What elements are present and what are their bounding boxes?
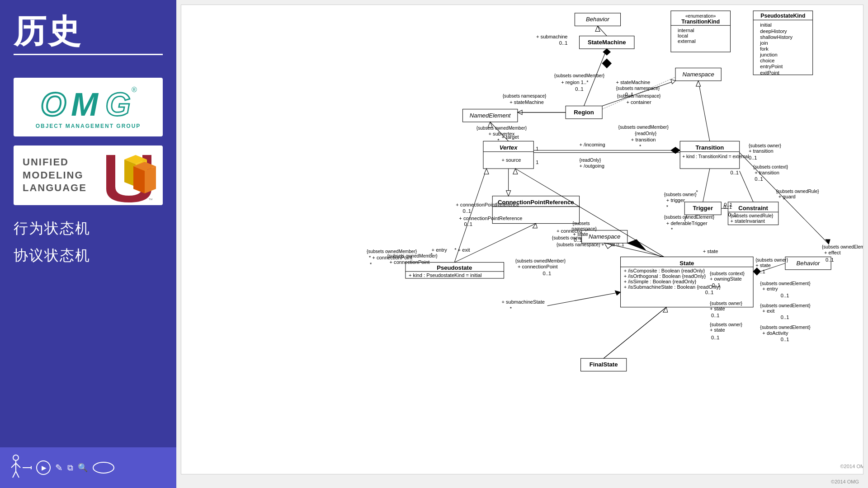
svg-text:shallowHistory: shallowHistory bbox=[760, 34, 793, 40]
svg-text:{subsets ownedElement}: {subsets ownedElement} bbox=[760, 325, 811, 330]
svg-text:{subsets ownedRule}: {subsets ownedRule} bbox=[776, 189, 820, 194]
svg-text:0..1: 0..1 bbox=[728, 212, 736, 217]
svg-text:* + exit: * + exit bbox=[454, 247, 470, 253]
svg-text:{subsets namespace}: {subsets namespace} bbox=[503, 94, 547, 99]
svg-text:+ effect: + effect bbox=[824, 250, 841, 255]
svg-text:+ stateInvariant: + stateInvariant bbox=[730, 218, 765, 224]
svg-text:+ /isSimple : Boolean {readOnl: + /isSimple : Boolean {readOnly} bbox=[624, 279, 697, 284]
svg-text:Constraint: Constraint bbox=[738, 205, 768, 211]
svg-text:0..1: 0..1 bbox=[730, 170, 739, 175]
final-state-box: FinalState bbox=[581, 358, 627, 371]
svg-text:0..1: 0..1 bbox=[724, 202, 732, 207]
svg-marker-9 bbox=[145, 166, 156, 193]
svg-text:TransitionKind: TransitionKind bbox=[681, 19, 720, 25]
svg-text:+ guard: + guard bbox=[778, 194, 796, 199]
svg-text:*: * bbox=[671, 227, 673, 232]
svg-text:join: join bbox=[760, 40, 768, 46]
copyright-text: ©2014 OMG bbox=[831, 479, 859, 484]
svg-text:{subsets ownedMember}: {subsets ownedMember} bbox=[367, 249, 417, 254]
namespace-middle-box: Namespace bbox=[582, 230, 627, 243]
svg-text:+ connectionPointReference: + connectionPointReference bbox=[456, 202, 519, 207]
state-box: State + /isComposite : Boolean {readOnly… bbox=[621, 257, 754, 307]
svg-text:*: * bbox=[370, 262, 372, 267]
svg-text:+ entry: + entry bbox=[432, 247, 448, 253]
state-machine-box: StateMachine bbox=[580, 36, 634, 49]
omg-logo-graphic: O M G ® bbox=[38, 85, 138, 121]
behavior-right-box: Behavior bbox=[785, 257, 831, 269]
svg-text:0..1: 0..1 bbox=[711, 335, 720, 340]
label-behavior-state: 行为状态机 bbox=[14, 219, 163, 239]
svg-text:local: local bbox=[678, 33, 688, 38]
svg-text:namespace}: namespace} bbox=[571, 226, 597, 231]
svg-text:0..1: 0..1 bbox=[781, 314, 789, 320]
named-element-box: NamedElement bbox=[462, 109, 517, 122]
transition-box: Transition + kind : TransitionKind = ext… bbox=[680, 141, 749, 169]
svg-text:{subsets ownedElement}: {subsets ownedElement} bbox=[822, 244, 863, 249]
svg-text:exitPoint: exitPoint bbox=[760, 70, 780, 75]
svg-text:Pseudostate: Pseudostate bbox=[437, 264, 472, 271]
vertex-box: Vertex bbox=[483, 141, 533, 169]
svg-text:{subsets context}: {subsets context} bbox=[753, 164, 788, 169]
svg-text:G: G bbox=[105, 86, 131, 121]
svg-text:+ /isComposite : Boolean {read: + /isComposite : Boolean {readOnly} bbox=[624, 268, 705, 273]
svg-text:State: State bbox=[679, 260, 694, 267]
svg-text:+ /incoming: + /incoming bbox=[580, 142, 605, 147]
svg-text:™: ™ bbox=[148, 197, 153, 202]
svg-text:choice: choice bbox=[760, 58, 774, 63]
ellipse-tool-icon[interactable] bbox=[92, 461, 115, 474]
svg-point-19 bbox=[93, 462, 114, 473]
namespace-top-box: Namespace bbox=[675, 68, 721, 80]
uml-logo-graphic: ™ bbox=[99, 153, 154, 198]
svg-text:Region: Region bbox=[574, 109, 594, 116]
svg-text:+ kind : TransitionKind = exte: + kind : TransitionKind = external bbox=[682, 154, 749, 159]
svg-text:©2014 OMG: ©2014 OMG bbox=[840, 464, 863, 469]
svg-text:+ transition: + transition bbox=[749, 148, 774, 154]
svg-text:{subsets owner}: {subsets owner} bbox=[710, 301, 743, 306]
svg-text:PseudostateKind: PseudostateKind bbox=[760, 13, 805, 19]
svg-text:+ /outgoing: + /outgoing bbox=[580, 163, 604, 169]
svg-text:+ target: + target bbox=[501, 134, 519, 140]
svg-text:0..1: 0..1 bbox=[781, 293, 789, 298]
svg-text:+ state: + state bbox=[573, 231, 588, 237]
svg-text:+ deferableTrigger: + deferableTrigger bbox=[666, 221, 708, 226]
svg-text:{readOnly}: {readOnly} bbox=[635, 131, 656, 136]
svg-marker-18 bbox=[31, 466, 32, 469]
region-box: Region bbox=[566, 106, 602, 118]
svg-text:+ kind : PseudostateKind = ini: + kind : PseudostateKind = initial bbox=[409, 272, 481, 278]
svg-text:+ region  1..*: + region 1..* bbox=[561, 80, 589, 85]
edit-icon[interactable]: ✎ bbox=[55, 462, 63, 473]
svg-text:{subsets ownedMember}: {subsets ownedMember} bbox=[476, 126, 527, 131]
trigger-box: Trigger bbox=[684, 202, 721, 215]
svg-marker-8 bbox=[133, 166, 145, 193]
svg-text:internal: internal bbox=[678, 28, 694, 33]
svg-text:0..1: 0..1 bbox=[712, 282, 721, 288]
svg-text:+ container: + container bbox=[626, 99, 651, 105]
svg-text:0..1: 0..1 bbox=[781, 337, 789, 342]
svg-text:deepHistory: deepHistory bbox=[760, 28, 787, 34]
svg-text:+ state: + state bbox=[710, 306, 725, 311]
behavior-top-box: Behavior bbox=[575, 13, 620, 26]
uml-diagram: Behavior «enumeration» TransitionKind in… bbox=[181, 5, 863, 474]
svg-text:+ entry: + entry bbox=[762, 286, 778, 291]
svg-rect-20 bbox=[181, 6, 863, 473]
svg-text:0..1: 0..1 bbox=[755, 176, 763, 182]
copy-icon[interactable]: ⧉ bbox=[67, 463, 73, 473]
label-protocol-state: 协议状态机 bbox=[14, 246, 163, 266]
svg-text:Transition: Transition bbox=[696, 144, 724, 151]
svg-text:*: * bbox=[666, 204, 669, 210]
svg-text:Namespace: Namespace bbox=[589, 233, 620, 240]
svg-text:+ connectionPoint: + connectionPoint bbox=[518, 264, 558, 269]
svg-line-15 bbox=[13, 471, 16, 478]
svg-text:®: ® bbox=[132, 86, 137, 94]
pseudostate-kind-box: PseudostateKind initial deepHistory shal… bbox=[753, 11, 813, 75]
svg-text:*: * bbox=[510, 306, 512, 311]
svg-text:entryPoint: entryPoint bbox=[760, 64, 783, 69]
svg-text:+ exit: + exit bbox=[762, 308, 775, 314]
svg-text:{subsets ownedElement}: {subsets ownedElement} bbox=[760, 303, 811, 308]
search-icon[interactable]: 🔍 bbox=[78, 463, 88, 473]
title-divider bbox=[14, 54, 163, 55]
svg-text:+ state: + state bbox=[755, 263, 771, 268]
play-button[interactable]: ▶ bbox=[36, 460, 51, 475]
svg-text:{subsets owner}: {subsets owner} bbox=[710, 322, 743, 327]
left-panel: 历史 O M G ® OBJECT MANAGEMENT GROUP UNIFI… bbox=[0, 0, 176, 488]
